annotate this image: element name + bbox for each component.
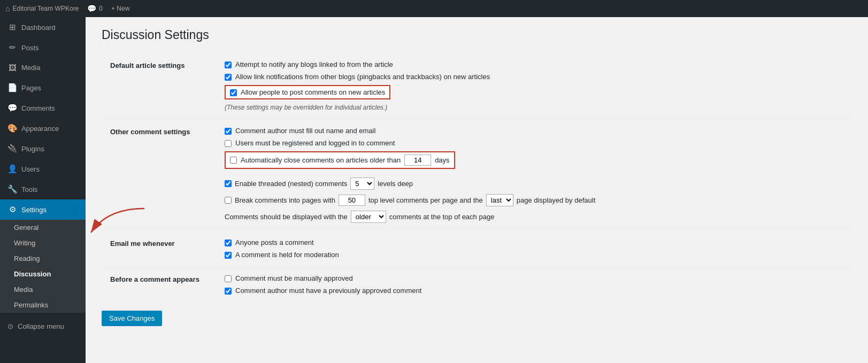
sidebar-item-users[interactable]: 👤 Users [0, 159, 86, 179]
section-label-other-comment: Other comment settings [102, 119, 219, 231]
checkbox-allow-comments-row: Allow people to post comments on new art… [225, 85, 843, 99]
site-name: Editorial Team WPKore [12, 5, 79, 12]
display-order-row: Comments should be displayed with the ol… [225, 211, 843, 223]
submenu-item-media[interactable]: Media [0, 282, 86, 297]
sidebar-item-label: Users [21, 165, 40, 173]
manually-approved-label[interactable]: Comment must be manually approved [235, 274, 353, 282]
display-order-select[interactable]: older newer [351, 211, 386, 223]
break-pages-count-input[interactable] [339, 195, 365, 206]
previously-approved-checkbox[interactable] [225, 288, 232, 295]
submenu-item-discussion[interactable]: Discussion [0, 266, 86, 282]
break-pages-order-select[interactable]: last first [486, 194, 513, 206]
submenu-item-permalinks[interactable]: Permalinks [0, 297, 86, 313]
override-note: (These settings may be overridden for in… [225, 104, 843, 111]
section-before-comment: Before a comment appears Comment must be… [102, 267, 852, 303]
checkbox-registered-logged-in: Users must be registered and logged in t… [225, 139, 843, 147]
submenu-item-general[interactable]: General [0, 220, 86, 235]
auto-close-checkbox[interactable] [230, 157, 237, 164]
author-name-email-label[interactable]: Comment author must fill out name and em… [235, 127, 375, 135]
threaded-levels-suffix: levels deep [378, 180, 413, 188]
save-button[interactable]: Save Changes [102, 311, 162, 326]
appearance-icon: 🎨 [7, 123, 17, 133]
main-content: Discussion Settings Default article sett… [86, 17, 868, 363]
break-pages-label[interactable]: Break comments into pages with [235, 196, 335, 204]
new-label: + New [111, 5, 129, 12]
collapse-menu-button[interactable]: ⊙ Collapse menu [0, 317, 86, 336]
sidebar-item-pages[interactable]: 📄 Pages [0, 78, 86, 98]
collapse-icon: ⊙ [7, 322, 13, 330]
section-default-article: Default article settings Attempt to noti… [102, 53, 852, 119]
sidebar-item-label: Appearance [21, 125, 59, 133]
manually-approved-checkbox[interactable] [225, 275, 232, 282]
posts-icon: ✏ [7, 43, 17, 52]
held-moderation-label[interactable]: A comment is held for moderation [235, 251, 339, 259]
notify-blogs-checkbox[interactable] [225, 61, 232, 68]
anyone-posts-checkbox[interactable] [225, 240, 232, 246]
sidebar-item-media[interactable]: 🖼 Media [0, 58, 86, 78]
sidebar-item-settings[interactable]: ⚙ Settings ◀ [0, 199, 86, 220]
plugins-icon: 🔌 [7, 144, 17, 153]
home-icon: ⌂ [5, 4, 10, 13]
sidebar-item-plugins[interactable]: 🔌 Plugins [0, 138, 86, 159]
previously-approved-label[interactable]: Comment author must have a previously ap… [235, 287, 421, 295]
registered-logged-in-checkbox[interactable] [225, 140, 232, 147]
settings-icon: ⚙ [7, 205, 17, 214]
media-icon: 🖼 [7, 63, 17, 72]
auto-close-days-input[interactable] [404, 155, 431, 166]
threaded-comments-row: Enable threaded (nested) comments 5 2 3 … [225, 177, 843, 190]
section-content-default-article: Attempt to notify any blogs linked to fr… [219, 53, 852, 119]
submenu-item-reading[interactable]: Reading [0, 251, 86, 266]
sidebar-item-tools[interactable]: 🔧 Tools [0, 179, 86, 199]
anyone-posts-label[interactable]: Anyone posts a comment [235, 238, 314, 246]
dashboard-icon: ⊞ [7, 22, 17, 32]
section-label-email-me: Email me whenever [102, 231, 219, 267]
allow-comments-checkbox[interactable] [230, 89, 237, 96]
checkbox-author-name-email: Comment author must fill out name and em… [225, 127, 843, 135]
save-row: Save Changes [102, 302, 852, 330]
break-pages-mid-label: top level comments per page and the [368, 196, 483, 204]
author-name-email-checkbox[interactable] [225, 128, 232, 135]
comment-icon: 💬 [87, 4, 96, 13]
threaded-comments-checkbox[interactable] [225, 180, 232, 187]
registered-logged-in-label[interactable]: Users must be registered and logged in t… [235, 139, 395, 147]
topbar-home[interactable]: ⌂ Editorial Team WPKore [5, 4, 79, 13]
checkbox-notify-blogs: Attempt to notify any blogs linked to fr… [225, 60, 843, 68]
checkbox-anyone-posts: Anyone posts a comment [225, 238, 843, 246]
collapse-label: Collapse menu [18, 322, 64, 330]
sidebar-item-posts[interactable]: ✏ Posts [0, 37, 86, 58]
allow-pingbacks-label[interactable]: Allow link notifications from other blog… [235, 73, 490, 81]
submenu-item-writing[interactable]: Writing [0, 235, 86, 251]
auto-close-label[interactable]: Automatically close comments on articles… [241, 156, 401, 164]
section-content-email-me: Anyone posts a comment A comment is held… [219, 231, 852, 267]
display-order-prefix: Comments should be displayed with the [225, 213, 348, 221]
checkbox-previously-approved: Comment author must have a previously ap… [225, 287, 843, 295]
threaded-comments-label[interactable]: Enable threaded (nested) comments [235, 180, 347, 188]
sidebar-item-label: Comments [21, 104, 55, 112]
checkbox-allow-pingbacks: Allow link notifications from other blog… [225, 73, 843, 81]
notify-blogs-label[interactable]: Attempt to notify any blogs linked to fr… [235, 60, 393, 68]
comments-icon: 💬 [7, 103, 17, 113]
sidebar-item-appearance[interactable]: 🎨 Appearance [0, 118, 86, 138]
sidebar-item-comments[interactable]: 💬 Comments [0, 98, 86, 118]
sidebar-item-dashboard[interactable]: ⊞ Dashboard [0, 17, 86, 37]
users-icon: 👤 [7, 164, 17, 174]
threaded-levels-select[interactable]: 5 2 3 4 6 7 8 9 10 [350, 177, 374, 190]
section-other-comment: Other comment settings Comment author mu… [102, 119, 852, 231]
break-pages-suffix: page displayed by default [517, 196, 595, 204]
allow-comments-highlight: Allow people to post comments on new art… [225, 85, 390, 99]
page-title: Discussion Settings [102, 28, 852, 42]
allow-pingbacks-checkbox[interactable] [225, 74, 232, 81]
section-content-other-comment: Comment author must fill out name and em… [219, 119, 852, 231]
auto-close-highlight: Automatically close comments on articles… [225, 151, 455, 169]
held-moderation-checkbox[interactable] [225, 252, 232, 259]
topbar-new[interactable]: + New [111, 5, 129, 12]
sidebar-item-label: Plugins [21, 145, 44, 153]
tools-icon: 🔧 [7, 184, 17, 194]
break-pages-checkbox[interactable] [225, 197, 232, 204]
break-pages-row: Break comments into pages with top level… [225, 194, 843, 206]
pages-icon: 📄 [7, 83, 17, 92]
topbar-comments[interactable]: 💬 0 [87, 4, 103, 13]
checkbox-manually-approved: Comment must be manually approved [225, 274, 843, 282]
allow-comments-label[interactable]: Allow people to post comments on new art… [241, 88, 385, 96]
settings-submenu: General Writing Reading Discussion Media… [0, 220, 86, 313]
